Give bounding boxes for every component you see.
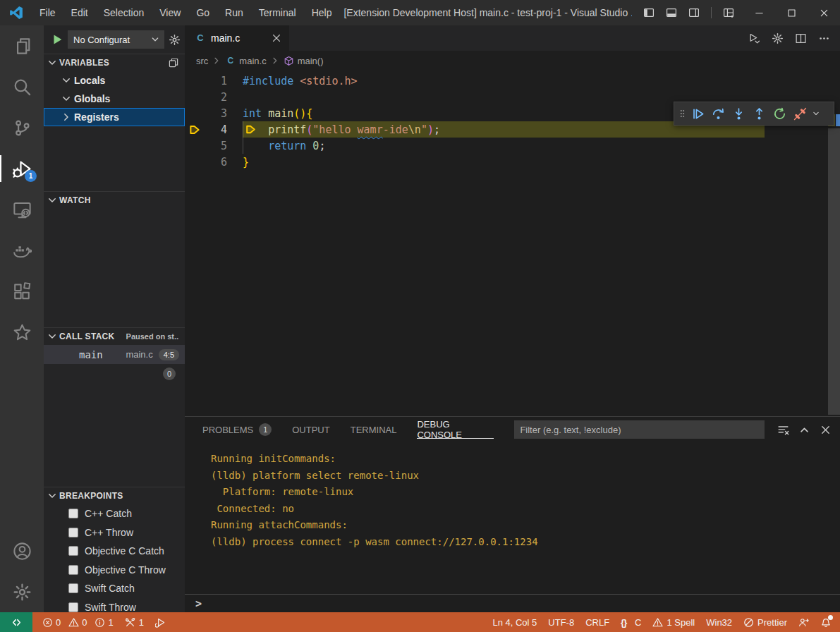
status-platform[interactable]: Win32 <box>700 612 738 632</box>
panel-tab-terminal[interactable]: TERMINAL <box>351 417 397 442</box>
breadcrumb-item[interactable]: src <box>196 56 208 66</box>
continue-button[interactable] <box>688 104 707 123</box>
breakpoint-checkbox[interactable] <box>68 528 78 537</box>
toggle-panel-button[interactable] <box>662 4 681 22</box>
split-editor-button[interactable] <box>795 32 807 44</box>
restart-button[interactable] <box>770 104 789 123</box>
copy-value-icon[interactable] <box>168 57 179 68</box>
status-language-mode[interactable]: {}C <box>615 612 647 632</box>
menu-help[interactable]: Help <box>304 0 340 25</box>
status-formatter[interactable]: Prettier <box>738 612 793 632</box>
debug-console-input[interactable]: > <box>185 594 840 612</box>
debug-config-dropdown[interactable]: No Configurat <box>68 30 164 49</box>
breakpoint-c-throw[interactable]: C++ Throw <box>44 523 185 542</box>
console-prompt: > <box>195 597 202 610</box>
layout-secondary-icon <box>688 7 700 18</box>
status-spell-checker[interactable]: 1 Spell <box>647 612 700 632</box>
code-line-1[interactable]: 1#include <stdio.h> <box>185 73 840 89</box>
step-into-button[interactable] <box>729 104 748 123</box>
clear-console-button[interactable] <box>777 424 789 436</box>
breakpoint-checkbox[interactable] <box>68 602 78 612</box>
breakpoint-checkbox[interactable] <box>68 565 78 575</box>
close-window-button[interactable] <box>808 0 840 25</box>
debug-actions-dropdown-button[interactable] <box>811 104 821 123</box>
status-problems[interactable]: 001 <box>37 612 119 632</box>
configure-gear-button[interactable] <box>169 34 181 46</box>
activity-source-control[interactable] <box>0 107 44 148</box>
panel-tab-debug-console[interactable]: DEBUG CONSOLE <box>417 417 494 442</box>
breadcrumb-item[interactable]: main() <box>298 56 324 66</box>
step-out-button[interactable] <box>750 104 769 123</box>
disconnect-button[interactable] <box>791 104 810 123</box>
activity-settings[interactable] <box>0 571 44 612</box>
menu-go[interactable]: Go <box>188 0 217 25</box>
activity-search[interactable] <box>0 66 44 107</box>
minimize-button[interactable] <box>743 0 775 25</box>
breakpoints-header[interactable]: BREAKPOINTS <box>44 487 185 504</box>
variables-item-globals[interactable]: Globals <box>44 90 185 108</box>
more-actions-button[interactable] <box>818 32 830 44</box>
status-debug-status[interactable] <box>150 612 171 632</box>
call-stack-extra-row[interactable]: 0 <box>44 364 185 384</box>
breakpoint-checkbox[interactable] <box>68 509 78 518</box>
status-encoding[interactable]: UTF-8 <box>542 612 580 632</box>
breakpoint-checkbox[interactable] <box>68 583 78 593</box>
code-editor[interactable]: 1#include <stdio.h>23int main(){4 printf… <box>185 71 840 416</box>
toggle-secondary-sidebar-button[interactable] <box>684 4 704 22</box>
menu-view[interactable]: View <box>152 0 188 25</box>
activity-wamr-ide[interactable] <box>0 312 44 353</box>
drag-gripper-button[interactable] <box>677 104 687 123</box>
close-tab-icon[interactable] <box>271 32 282 44</box>
remote-indicator[interactable] <box>0 612 32 632</box>
start-debugging-button[interactable] <box>51 33 63 46</box>
menu-run[interactable]: Run <box>217 0 251 25</box>
watch-header[interactable]: WATCH <box>44 192 185 209</box>
panel-tab-output[interactable]: OUTPUT <box>292 417 329 442</box>
breakpoint-swift-throw[interactable]: Swift Throw <box>44 598 185 613</box>
activity-remote-explorer[interactable] <box>0 189 44 230</box>
maximize-panel-button[interactable] <box>798 424 810 436</box>
variables-item-registers[interactable]: Registers <box>44 108 185 126</box>
status-feedback[interactable] <box>793 612 815 632</box>
inline-breakpoint-icon[interactable] <box>245 123 257 135</box>
variables-item-locals[interactable]: Locals <box>44 71 185 90</box>
close-panel-button[interactable] <box>820 424 832 436</box>
customize-layout-button[interactable] <box>719 4 738 22</box>
breakpoint-checkbox[interactable] <box>68 546 78 556</box>
menu-selection[interactable]: Selection <box>96 0 152 25</box>
breakpoint-label: C++ Catch <box>85 508 132 519</box>
panel-tab-problems[interactable]: PROBLEMS1 <box>202 417 272 442</box>
disconnect-icon <box>793 107 807 121</box>
activity-explorer[interactable] <box>0 25 44 66</box>
stack-frame-row[interactable]: main main.c 4:5 <box>44 345 185 364</box>
debug-console-output[interactable]: Running initCommands:(lldb) platform sel… <box>185 442 840 594</box>
toggle-sidebar-button[interactable] <box>639 4 659 22</box>
menu-file[interactable]: File <box>32 0 63 25</box>
call-stack-header[interactable]: CALL STACK Paused on st... <box>44 328 185 345</box>
menu-edit[interactable]: Edit <box>63 0 96 25</box>
code-line-6[interactable]: 6} <box>185 154 840 170</box>
step-over-button[interactable] <box>709 104 728 123</box>
breadcrumb-item[interactable]: main.c <box>239 56 266 66</box>
breakpoint-objective-c-catch[interactable]: Objective C Catch <box>44 542 185 561</box>
tab-main-c[interactable]: C main.c <box>185 25 289 51</box>
maximize-button[interactable] <box>775 0 808 25</box>
activity-docker[interactable] <box>0 230 44 271</box>
activity-extensions[interactable] <box>0 271 44 312</box>
scrollbar-slider[interactable] <box>828 128 840 415</box>
debug-configure-button[interactable] <box>772 32 784 44</box>
menu-terminal[interactable]: Terminal <box>251 0 304 25</box>
breakpoint-swift-catch[interactable]: Swift Catch <box>44 579 185 598</box>
status-cursor-position[interactable]: Ln 4, Col 5 <box>487 612 542 632</box>
status-eol[interactable]: CRLF <box>580 612 615 632</box>
activity-accounts[interactable] <box>0 530 44 571</box>
breakpoint-objective-c-throw[interactable]: Objective C Throw <box>44 561 185 580</box>
variables-header[interactable]: VARIABLES <box>44 54 185 71</box>
status-notifications[interactable] <box>815 612 837 632</box>
run-menu-button[interactable] <box>748 32 760 44</box>
activity-run-and-debug[interactable]: 1 <box>0 148 44 189</box>
console-filter-input[interactable]: Filter (e.g. text, !exclude) <box>514 420 765 439</box>
code-line-5[interactable]: 5 return 0; <box>185 138 840 154</box>
breakpoint-c-catch[interactable]: C++ Catch <box>44 504 185 523</box>
status-tools[interactable]: 1 <box>119 612 150 632</box>
